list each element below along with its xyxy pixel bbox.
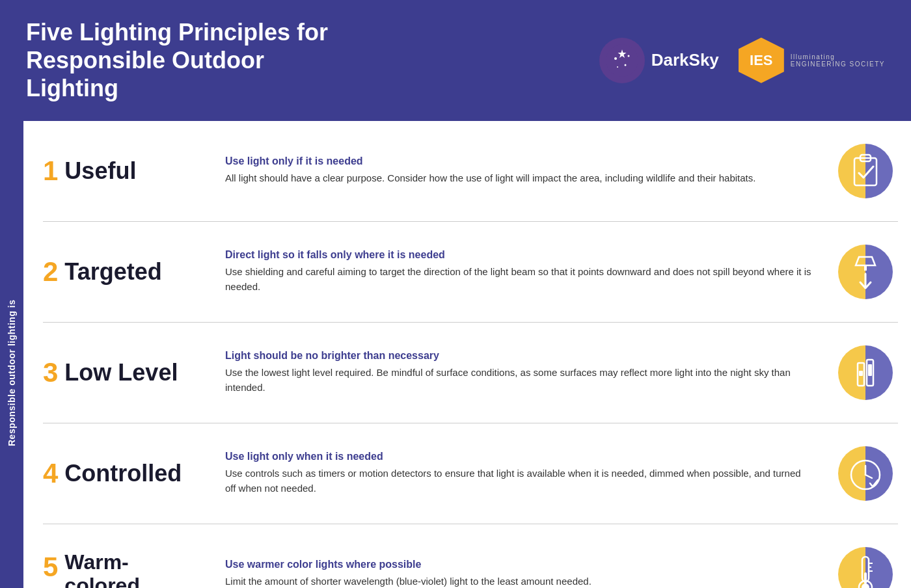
principle-3-text: Use the lowest light level required. Be … [225, 366, 813, 395]
svg-point-5 [617, 66, 618, 68]
header: Five Lighting Principles for Responsible… [0, 0, 911, 121]
header-logos: DarkSky IES Illuminating ENGINEERING SOC… [599, 38, 885, 83]
principle-2-number-name: 2 Targeted [43, 258, 193, 286]
principle-3-icon [833, 347, 898, 399]
principle-3-title: Light should be no brighter than necessa… [225, 350, 813, 362]
principle-2-title: Direct light so it falls only where it i… [225, 249, 813, 261]
svg-rect-41 [864, 572, 867, 584]
principle-5-text: Limit the amount of shorter wavelength (… [225, 574, 813, 588]
principle-1-icon [833, 145, 898, 197]
principle-4-number: 4 [43, 460, 58, 487]
svg-point-0 [606, 44, 638, 77]
principle-5-number-name: 5 Warm-colored [43, 551, 193, 588]
header-title: Five Lighting Principles for Responsible… [26, 18, 351, 103]
principle-4-name: Controlled [64, 461, 182, 487]
principle-5-name: Warm-colored [64, 551, 140, 588]
ies-badge-icon: IES [739, 38, 784, 83]
principle-4-number-name: 4 Controlled [43, 460, 193, 487]
principle-1-desc: Use light only if it is needed All light… [193, 155, 833, 186]
ies-logo: IES Illuminating ENGINEERING SOCIETY [739, 38, 885, 83]
principle-1-name: Useful [64, 158, 136, 184]
svg-rect-17 [864, 265, 867, 271]
svg-point-3 [627, 55, 629, 57]
svg-rect-26 [868, 364, 872, 376]
darksky-text: DarkSky [651, 50, 719, 70]
principle-row-1: 1 Useful Use light only if it is needed … [43, 121, 898, 222]
principle-1-text: All light should have a clear purpose. C… [225, 171, 813, 186]
darksky-logo: DarkSky [599, 38, 719, 83]
principle-5-title: Use warmer color lights where possible [225, 559, 813, 570]
svg-rect-24 [859, 371, 863, 376]
main-content: Responsible outdoor lighting is 1 Useful… [0, 121, 911, 588]
ies-text: Illuminating ENGINEERING SOCIETY [791, 53, 885, 68]
principle-row-3: 3 Low Level Light should be no brighter … [43, 323, 898, 423]
principle-4-desc: Use light only when it is needed Use con… [193, 451, 833, 496]
principle-5-desc: Use warmer color lights where possible L… [193, 559, 833, 588]
svg-point-2 [614, 57, 617, 60]
principle-3-name: Low Level [64, 360, 178, 386]
principle-2-name: Targeted [64, 259, 161, 285]
darksky-circle-icon [599, 38, 645, 83]
ies-label: Illuminating [791, 53, 885, 60]
principle-row-5: 5 Warm-colored Use warmer color lights w… [43, 524, 898, 588]
principle-row-4: 4 Controlled Use light only when it is n… [43, 423, 898, 524]
principle-3-number-name: 3 Low Level [43, 359, 193, 386]
principle-1-title: Use light only if it is needed [225, 155, 813, 167]
principle-2-number: 2 [43, 258, 58, 286]
principles-list: 1 Useful Use light only if it is needed … [23, 121, 911, 588]
principle-2-text: Use shielding and careful aiming to targ… [225, 265, 813, 294]
principle-1-number: 1 [43, 157, 58, 185]
principle-5-icon [833, 548, 898, 588]
principle-4-title: Use light only when it is needed [225, 451, 813, 462]
principle-row-2: 2 Targeted Direct light so it falls only… [43, 222, 898, 323]
sidebar-label: Responsible outdoor lighting is [0, 121, 23, 588]
principle-1-number-name: 1 Useful [43, 157, 193, 185]
title-line1: Five Lighting Principles for [26, 19, 328, 46]
svg-point-4 [624, 64, 626, 66]
principle-4-text: Use controls such as timers or motion de… [225, 466, 813, 496]
principle-2-icon [833, 246, 898, 298]
principle-5-number: 5 [43, 554, 58, 581]
principle-3-number: 3 [43, 359, 58, 386]
principle-2-desc: Direct light so it falls only where it i… [193, 249, 833, 294]
principle-3-desc: Light should be no brighter than necessa… [193, 350, 833, 395]
title-line2: Responsible Outdoor Lighting [26, 47, 264, 101]
ies-sublabel: ENGINEERING SOCIETY [791, 60, 885, 68]
principle-4-icon [833, 448, 898, 500]
